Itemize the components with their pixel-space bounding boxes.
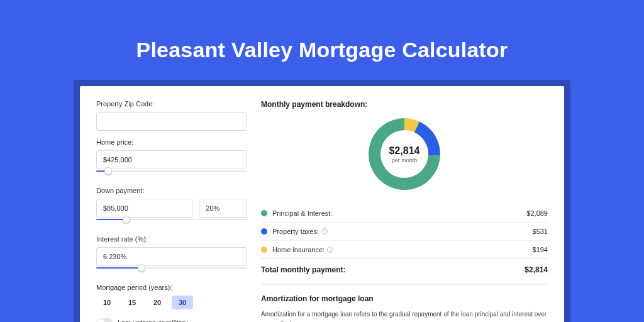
breakdown-column: Monthly payment breakdown: $2,814per mon… [261, 100, 548, 322]
price-input[interactable] [96, 150, 247, 169]
donut-chart: $2,814per month [261, 115, 548, 193]
down-slider[interactable] [96, 220, 247, 224]
legend-swatch-icon [261, 247, 267, 253]
total-row: Total monthly payment: $2,814 [261, 258, 548, 283]
legend-label: Property taxes:? [272, 228, 533, 235]
zip-input[interactable] [96, 112, 247, 131]
price-label: Home price: [96, 138, 247, 146]
down-field: Down payment: [96, 187, 247, 224]
legend-row: Property taxes:?$531 [261, 223, 548, 241]
period-label: Mortgage period (years): [96, 284, 247, 291]
amortization-text: Amortization for a mortgage loan refers … [261, 309, 548, 322]
legend-value: $194 [533, 246, 548, 253]
total-label: Total monthly payment: [261, 265, 525, 274]
veteran-toggle[interactable] [96, 318, 113, 322]
legend-label: Principal & Interest: [272, 209, 526, 217]
total-value: $2,814 [525, 265, 548, 274]
price-slider[interactable] [96, 172, 247, 175]
period-button-30[interactable]: 30 [172, 296, 193, 309]
form-column: Property Zip Code: Home price: Down paym… [96, 100, 247, 322]
legend-value: $531 [533, 228, 548, 235]
period-field: Mortgage period (years): 10152030 [96, 284, 247, 309]
down-label: Down payment: [96, 187, 247, 194]
period-button-20[interactable]: 20 [147, 296, 168, 309]
info-icon[interactable]: ? [321, 228, 328, 235]
info-icon[interactable]: ? [327, 247, 333, 253]
breakdown-title: Monthly payment breakdown: [261, 100, 548, 109]
rate-slider[interactable] [96, 269, 247, 272]
calculator-card: Property Zip Code: Home price: Down paym… [80, 86, 564, 322]
page-title: Pleasant Valley Mortgage Calculator [136, 38, 508, 62]
legend-label: Home insurance:? [272, 246, 533, 253]
period-button-10[interactable]: 10 [96, 296, 118, 309]
down-percent-input[interactable] [199, 199, 247, 218]
svg-text:per month: per month [392, 157, 418, 164]
veteran-row: I am veteran or military [96, 318, 247, 322]
down-amount-input[interactable] [96, 199, 192, 218]
amortization-section: Amortization for mortgage loan Amortizat… [261, 283, 548, 322]
rate-label: Interest rate (%): [96, 235, 247, 243]
legend-value: $2,089 [526, 209, 548, 217]
legend-swatch-icon [261, 228, 267, 235]
rate-field: Interest rate (%): [96, 235, 247, 272]
legend-row: Principal & Interest:$2,089 [261, 204, 548, 223]
zip-field: Property Zip Code: [96, 100, 247, 131]
svg-text:$2,814: $2,814 [389, 145, 420, 156]
rate-input[interactable] [96, 247, 247, 266]
amortization-title: Amortization for mortgage loan [261, 294, 548, 303]
period-button-15[interactable]: 15 [121, 296, 143, 309]
card-shadow: Property Zip Code: Home price: Down paym… [74, 80, 570, 322]
legend-swatch-icon [261, 210, 267, 216]
zip-label: Property Zip Code: [96, 100, 247, 108]
price-field: Home price: [96, 138, 247, 175]
legend-row: Home insurance:?$194 [261, 241, 548, 258]
veteran-label: I am veteran or military [118, 319, 188, 322]
